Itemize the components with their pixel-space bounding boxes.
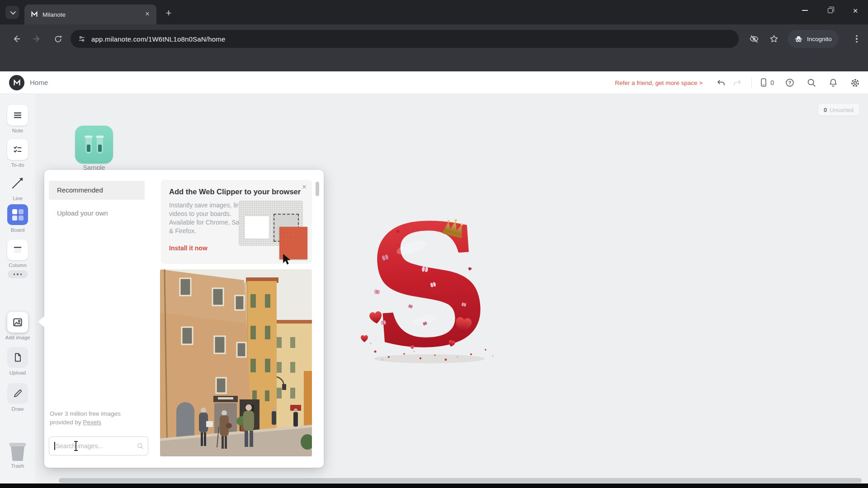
redo-button[interactable] <box>731 77 743 89</box>
trash-icon <box>9 443 26 461</box>
reload-button[interactable] <box>49 30 67 48</box>
window-controls: × <box>792 0 868 21</box>
tool-trash[interactable]: Trash <box>0 443 35 469</box>
clipper-body: Instantly save images, links, videos to … <box>169 201 250 235</box>
browser-toolbar: app.milanote.com/1W6tNL1o8n0SaN/home Inc… <box>0 24 868 71</box>
ellipsis-icon <box>8 270 28 278</box>
incognito-badge[interactable]: Incognito <box>788 30 839 48</box>
restore-icon <box>828 8 833 13</box>
image-search-box <box>49 436 148 455</box>
tab-title: Milanote <box>42 11 138 18</box>
tool-todo[interactable]: To-do <box>0 139 35 168</box>
help-icon: ? <box>785 78 795 88</box>
tool-rail: Note To-do Line Board Column Add image U… <box>0 94 35 483</box>
unsorted-badge[interactable]: 0 Unsorted <box>818 104 859 116</box>
header-divider <box>751 77 752 88</box>
test-tube-icon <box>85 136 92 154</box>
cursor-arrow-icon <box>281 254 292 266</box>
pexels-line1: Over 3 million free images <box>50 409 121 418</box>
mouse-ibeam-cursor <box>73 441 79 451</box>
browser-titlebar: Milanote × + × <box>0 0 868 24</box>
pencil-icon <box>12 388 23 399</box>
bell-icon <box>828 78 838 88</box>
text-caret <box>54 442 55 450</box>
reading-mode-button[interactable] <box>745 30 763 48</box>
new-tab-button[interactable]: + <box>162 6 175 20</box>
notifications-button[interactable] <box>827 77 839 89</box>
browser-menu-button[interactable] <box>852 33 862 45</box>
svg-text:S: S <box>361 216 495 365</box>
search-button[interactable] <box>806 77 817 89</box>
minimize-icon <box>802 10 808 11</box>
reload-icon <box>53 34 63 44</box>
sync-count: 0 <box>770 79 774 86</box>
gear-icon <box>850 78 860 88</box>
tool-column[interactable]: Column <box>0 239 35 268</box>
bookmark-button[interactable] <box>765 30 783 48</box>
tab-search-button[interactable] <box>5 6 19 19</box>
more-tools-button[interactable] <box>0 270 35 278</box>
tab-upload-your-own[interactable]: Upload your own <box>49 205 145 221</box>
add-image-icon <box>12 316 24 328</box>
tool-line[interactable]: Line <box>0 173 35 201</box>
incognito-icon <box>794 35 803 43</box>
canvas-image-letter-s[interactable]: S <box>357 216 502 365</box>
pexels-attribution: Over 3 million free images provided by P… <box>50 409 121 427</box>
incognito-label: Incognito <box>807 36 832 42</box>
popup-scrollbar[interactable] <box>316 182 319 196</box>
close-window-button[interactable]: × <box>843 0 868 21</box>
milanote-logo[interactable] <box>9 75 24 90</box>
line-arrow-icon <box>10 175 25 191</box>
tool-upload[interactable]: Upload <box>0 347 35 375</box>
chevron-down-icon <box>10 9 16 15</box>
column-icon <box>12 244 23 255</box>
app-header: Home Refer a friend, get more space > 0 … <box>0 71 868 94</box>
undo-icon <box>716 78 726 88</box>
search-icon <box>137 442 144 450</box>
tab-close-icon[interactable]: × <box>143 10 152 19</box>
tab-recommended[interactable]: Recommended <box>49 181 145 200</box>
pexels-line2: provided by Pexels <box>50 418 121 427</box>
board-icon <box>12 209 24 221</box>
canvas-horizontal-scrollbar[interactable] <box>59 478 862 483</box>
install-now-link[interactable]: Install it now <box>169 244 208 252</box>
pexels-link[interactable]: Pexels <box>83 419 102 426</box>
image-result-street-photo[interactable] <box>160 269 312 456</box>
settings-button[interactable] <box>849 77 861 89</box>
close-icon: × <box>853 6 858 15</box>
page-title: Home <box>30 71 48 94</box>
browser-tab[interactable]: Milanote × <box>24 5 156 24</box>
test-tube-icon <box>97 136 103 154</box>
url-text: app.milanote.com/1W6tNL1o8n0SaN/home <box>91 35 226 43</box>
search-icon <box>807 78 816 88</box>
tool-board[interactable]: Board <box>0 204 35 233</box>
header-actions: Refer a friend, get more space > 0 ? <box>615 71 861 94</box>
forward-button[interactable] <box>28 30 46 48</box>
board-card-sample[interactable] <box>75 126 113 164</box>
street-photo-illustration <box>160 269 312 456</box>
note-icon <box>12 110 23 121</box>
help-button[interactable]: ? <box>784 77 796 89</box>
letter-s-artwork: S <box>357 216 502 365</box>
popup-pointer-arrow <box>38 316 44 327</box>
milanote-favicon-icon <box>31 11 38 18</box>
mobile-sync-button[interactable]: 0 <box>759 77 774 89</box>
refer-friend-link[interactable]: Refer a friend, get more space > <box>615 80 703 86</box>
restore-button[interactable] <box>817 0 843 21</box>
todo-icon <box>12 144 23 155</box>
tool-draw[interactable]: Draw <box>0 383 35 412</box>
tool-add-image[interactable]: Add image <box>0 312 35 340</box>
minimize-button[interactable] <box>792 0 817 21</box>
add-image-popup: Recommended Upload your own × Add the We… <box>44 170 324 468</box>
clipper-title: Add the Web Clipper to your browser <box>169 188 307 196</box>
redo-icon <box>732 78 742 88</box>
undo-button[interactable] <box>715 77 727 89</box>
site-settings-icon <box>78 35 86 43</box>
milanote-m-icon <box>13 79 21 87</box>
tool-note[interactable]: Note <box>0 105 35 133</box>
search-images-input[interactable] <box>49 436 148 455</box>
web-clipper-illustration <box>239 201 307 260</box>
back-icon <box>11 34 21 44</box>
url-bar[interactable]: app.milanote.com/1W6tNL1o8n0SaN/home <box>71 30 739 48</box>
back-button[interactable] <box>7 30 25 48</box>
